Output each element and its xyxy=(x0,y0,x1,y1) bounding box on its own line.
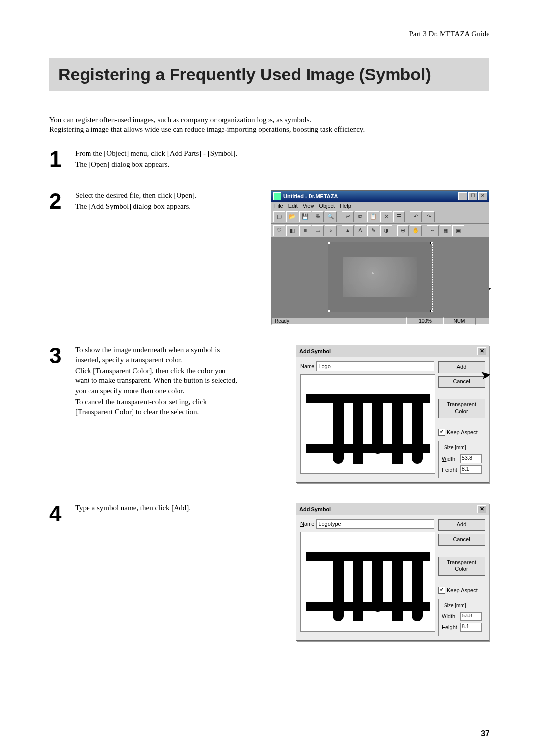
menu-file[interactable]: File xyxy=(274,203,283,209)
checkbox-icon[interactable]: ✔ xyxy=(438,587,445,594)
paste-icon[interactable]: 📋 xyxy=(367,211,379,222)
intro-line-1: You can register often-used images, such… xyxy=(49,116,490,124)
size-legend: Size [mm] xyxy=(443,445,467,450)
print-icon[interactable]: 🖶 xyxy=(312,211,324,222)
width-field[interactable]: 53.8 xyxy=(460,454,482,463)
preview-icon[interactable]: 🔍 xyxy=(325,211,337,222)
resize-handle[interactable] xyxy=(328,310,330,312)
cursor-icon: ➤ xyxy=(479,366,492,383)
add-symbol-dialog-step3: ➤ Add Symbol ✕ Name xyxy=(296,345,490,483)
name-field[interactable] xyxy=(316,519,434,529)
transparent-color-button[interactable]: Transparent Color xyxy=(438,399,485,418)
cancel-button[interactable]: Cancel xyxy=(438,376,485,388)
status-grip xyxy=(475,317,489,325)
minimize-button[interactable]: _ xyxy=(458,192,467,200)
step-4-line-1: Type a symbol name, then click [Add]. xyxy=(75,503,238,513)
menu-object[interactable]: Object xyxy=(319,203,335,209)
height-field[interactable]: 8.1 xyxy=(460,623,482,632)
symbol-preview xyxy=(300,374,435,474)
zoom-in-icon[interactable]: ⊕ xyxy=(397,225,409,236)
dialog-titlebar: Add Symbol ✕ xyxy=(296,345,489,357)
fill-icon[interactable]: ◑ xyxy=(380,225,392,236)
step-1: 1 From the [Object] menu, click [Add Par… xyxy=(49,148,490,171)
new-file-icon[interactable]: ▢ xyxy=(273,211,285,222)
note-icon[interactable]: ♪ xyxy=(325,225,337,236)
add-button[interactable]: Add xyxy=(438,519,485,531)
properties-icon[interactable]: ☰ xyxy=(393,211,405,222)
fit-width-icon[interactable]: ↔ xyxy=(427,225,439,236)
text-tool-icon[interactable]: A xyxy=(355,225,366,236)
align-icon[interactable]: ≡ xyxy=(299,225,311,236)
cut-icon[interactable]: ✂ xyxy=(342,211,354,222)
checkbox-icon[interactable]: ✔ xyxy=(438,429,445,436)
step-2-line-2: The [Add Symbol] dialog box appears. xyxy=(75,201,238,211)
step-2: 2 Select the desired file, then click [O… xyxy=(49,190,490,325)
page-title: Registering a Frequently Used Image (Sym… xyxy=(58,65,481,84)
frame-icon[interactable]: ▭ xyxy=(312,225,324,236)
step-1-line-1: From the [Object] menu, click [Add Parts… xyxy=(75,148,238,158)
keep-aspect-checkbox[interactable]: ✔ Keep Aspect xyxy=(438,429,485,436)
resize-handle[interactable] xyxy=(328,242,330,244)
name-field[interactable] xyxy=(316,361,434,371)
status-ready: Ready xyxy=(271,317,407,325)
step-2-number: 2 xyxy=(49,190,69,212)
menu-view[interactable]: View xyxy=(303,203,314,209)
width-field[interactable]: 53.8 xyxy=(460,612,482,621)
step-1-line-2: The [Open] dialog box appears. xyxy=(75,159,238,169)
step-4-text: Type a symbol name, then click [Add]. xyxy=(75,503,238,514)
placed-image[interactable] xyxy=(343,257,417,297)
close-icon[interactable]: ✕ xyxy=(477,505,486,513)
app-title: Untitled - Dr.METAZA xyxy=(283,193,457,199)
width-label: Width xyxy=(442,456,458,462)
name-label: Name xyxy=(300,521,314,527)
menu-edit[interactable]: Edit xyxy=(288,203,298,209)
dialog-title: Add Symbol xyxy=(299,506,477,512)
status-num: NUM xyxy=(444,317,475,325)
step-3-line-2: Click [Transparent Color], then click th… xyxy=(75,366,238,396)
app-canvas[interactable] xyxy=(271,237,489,317)
step-4-number: 4 xyxy=(49,503,69,524)
resize-handle[interactable] xyxy=(430,310,433,312)
app-statusbar: Ready 100% NUM xyxy=(271,317,489,325)
step-2-text: Select the desired file, then click [Ope… xyxy=(75,190,238,213)
width-label: Width xyxy=(442,614,458,619)
menu-help[interactable]: Help xyxy=(340,203,351,209)
close-icon[interactable]: ✕ xyxy=(477,347,486,355)
eyedropper-icon[interactable]: ✎ xyxy=(367,225,379,236)
shape-heart-icon[interactable]: ♡ xyxy=(273,225,285,236)
add-symbol-dialog-step4: Add Symbol ✕ Name xyxy=(296,503,490,641)
fullscreen-icon[interactable]: ▣ xyxy=(452,225,464,236)
maximize-button[interactable]: ☐ xyxy=(468,192,477,200)
status-zoom: 100% xyxy=(407,317,444,325)
hand-icon[interactable]: ✋ xyxy=(410,225,422,236)
add-button[interactable]: Add xyxy=(438,361,485,373)
pointer-icon[interactable]: ▲ xyxy=(342,225,354,236)
canvas-document[interactable] xyxy=(328,242,433,312)
step-4: 4 Type a symbol name, then click [Add]. … xyxy=(49,503,490,641)
step-3-text: To show the image underneath when a symb… xyxy=(75,345,238,418)
app-icon xyxy=(273,192,281,200)
save-icon[interactable]: 💾 xyxy=(299,211,311,222)
cancel-button[interactable]: Cancel xyxy=(438,534,485,546)
shape-tool-icon[interactable]: ◧ xyxy=(286,225,298,236)
step-2-line-1: Select the desired file, then click [Ope… xyxy=(75,190,238,200)
close-button[interactable]: ✕ xyxy=(478,192,487,200)
name-label: Name xyxy=(300,363,314,369)
resize-handle[interactable] xyxy=(430,242,433,244)
symbol-preview xyxy=(300,532,435,632)
redo-icon[interactable]: ↷ xyxy=(423,211,435,222)
undo-icon[interactable]: ↶ xyxy=(410,211,422,222)
keep-aspect-checkbox[interactable]: ✔ Keep Aspect xyxy=(438,587,485,594)
transparent-color-button[interactable]: Transparent Color xyxy=(438,557,485,576)
size-fieldset: Size [mm] Width 53.8 Height 8.1 xyxy=(438,441,485,478)
app-toolbar-row-1: ▢ 📂 💾 🖶 🔍 ✂ ⧉ 📋 ✕ ☰ ↶ ↷ xyxy=(271,210,489,224)
copy-icon[interactable]: ⧉ xyxy=(355,211,366,222)
app-titlebar: Untitled - Dr.METAZA _ ☐ ✕ xyxy=(271,191,489,202)
step-3: 3 To show the image underneath when a sy… xyxy=(49,345,490,483)
height-field[interactable]: 8.1 xyxy=(460,465,482,474)
delete-icon[interactable]: ✕ xyxy=(380,211,392,222)
open-file-icon[interactable]: 📂 xyxy=(286,211,298,222)
step-3-number: 3 xyxy=(49,345,69,367)
grid-icon[interactable]: ▦ xyxy=(440,225,451,236)
app-menubar: File Edit View Object Help xyxy=(271,202,489,210)
